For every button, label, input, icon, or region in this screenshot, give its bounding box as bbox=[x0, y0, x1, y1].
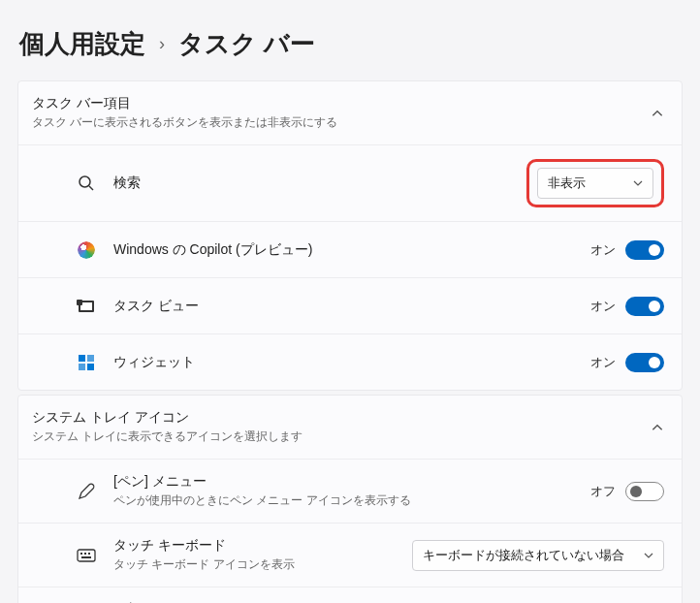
pen-icon bbox=[75, 480, 98, 503]
row-label: タッチ キーボード bbox=[113, 537, 412, 555]
taskbar-items-header[interactable]: タスク バー項目 タスク バーに表示されるボタンを表示または非表示にする bbox=[18, 81, 682, 144]
breadcrumb-parent[interactable]: 個人用設定 bbox=[19, 27, 145, 61]
copilot-icon bbox=[75, 238, 98, 262]
chevron-right-icon: › bbox=[159, 34, 165, 54]
row-label: [ペン] メニュー bbox=[113, 473, 590, 491]
systray-header[interactable]: システム トレイ アイコン システム トレイに表示できるアイコンを選択します bbox=[18, 396, 682, 459]
search-dropdown[interactable]: 非表示 bbox=[537, 168, 653, 199]
svg-rect-5 bbox=[88, 553, 90, 555]
pen-toggle[interactable] bbox=[625, 482, 664, 501]
toggle-state-label: オン bbox=[590, 298, 616, 315]
breadcrumb-current: タスク バー bbox=[178, 27, 315, 61]
row-label: Windows の Copilot (プレビュー) bbox=[113, 241, 590, 259]
section-title: タスク バー項目 bbox=[32, 95, 337, 112]
row-taskview: タスク ビュー オン bbox=[18, 277, 682, 333]
chevron-down-icon bbox=[644, 551, 653, 560]
svg-rect-3 bbox=[80, 553, 82, 555]
keyboard-icon bbox=[75, 544, 98, 567]
row-sublabel: タッチ キーボード アイコンを表示 bbox=[113, 556, 412, 573]
row-pen-menu: [ペン] メニュー ペンが使用中のときにペン メニュー アイコンを表示する オフ bbox=[18, 459, 682, 523]
taskview-toggle[interactable] bbox=[625, 297, 664, 316]
row-label: 検索 bbox=[113, 175, 526, 192]
touch-keyboard-dropdown[interactable]: キーボードが接続されていない場合 bbox=[412, 540, 664, 571]
svg-rect-6 bbox=[81, 556, 91, 558]
chevron-up-icon bbox=[651, 107, 664, 120]
toggle-state-label: オフ bbox=[590, 483, 616, 500]
widgets-icon bbox=[75, 351, 98, 374]
row-label: タスク ビュー bbox=[113, 298, 590, 315]
toggle-state-label: オン bbox=[590, 354, 616, 371]
row-label: ウィジェット bbox=[113, 354, 590, 371]
svg-rect-4 bbox=[84, 553, 86, 555]
row-virtual-touchpad: 仮想タッチパッド 仮想タッチパッド アイコンを常に表示する オフ bbox=[18, 587, 682, 603]
section-title: システム トレイ アイコン bbox=[32, 409, 302, 427]
svg-point-0 bbox=[80, 176, 90, 187]
row-search: 検索 非表示 bbox=[18, 144, 682, 221]
svg-line-1 bbox=[89, 186, 93, 190]
copilot-toggle[interactable] bbox=[625, 240, 664, 260]
chevron-down-icon bbox=[633, 178, 643, 188]
row-sublabel: ペンが使用中のときにペン メニュー アイコンを表示する bbox=[113, 492, 590, 509]
taskview-icon bbox=[75, 295, 98, 318]
search-icon bbox=[75, 172, 98, 195]
taskbar-items-panel: タスク バー項目 タスク バーに表示されるボタンを表示または非表示にする 検索 … bbox=[17, 80, 683, 391]
widgets-toggle[interactable] bbox=[625, 353, 664, 372]
row-copilot: Windows の Copilot (プレビュー) オン bbox=[18, 221, 682, 277]
breadcrumb: 個人用設定 › タスク バー bbox=[0, 0, 700, 80]
dropdown-value: キーボードが接続されていない場合 bbox=[423, 547, 624, 564]
row-touch-keyboard: タッチ キーボード タッチ キーボード アイコンを表示 キーボードが接続されてい… bbox=[18, 523, 682, 587]
chevron-up-icon bbox=[651, 421, 664, 434]
section-subtitle: システム トレイに表示できるアイコンを選択します bbox=[32, 428, 302, 445]
section-subtitle: タスク バーに表示されるボタンを表示または非表示にする bbox=[32, 114, 337, 131]
row-widgets: ウィジェット オン bbox=[18, 333, 682, 390]
svg-rect-2 bbox=[78, 550, 95, 561]
highlight-annotation: 非表示 bbox=[526, 159, 664, 207]
systray-panel: システム トレイ アイコン システム トレイに表示できるアイコンを選択します [… bbox=[17, 395, 683, 603]
toggle-state-label: オン bbox=[590, 241, 616, 259]
dropdown-value: 非表示 bbox=[548, 175, 586, 192]
